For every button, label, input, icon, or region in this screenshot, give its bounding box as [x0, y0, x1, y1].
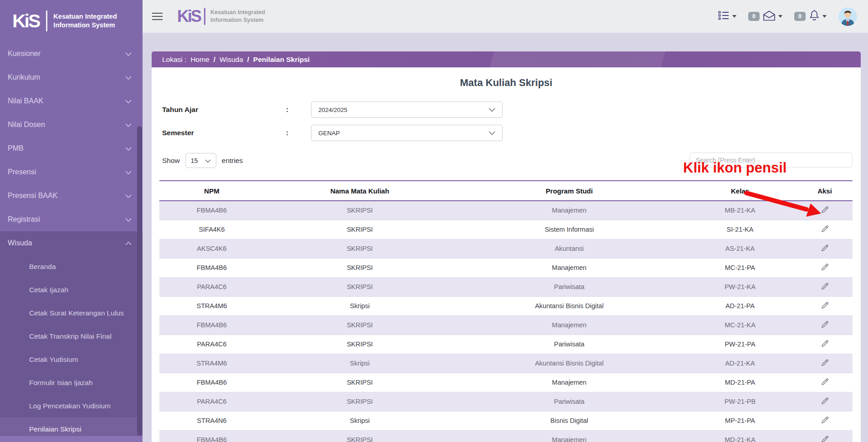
- cell-npm: STRA4M6: [159, 354, 264, 373]
- column-header-nama-mata-kuliah[interactable]: Nama Mata Kuliah: [264, 181, 455, 201]
- sidebar-item-label: PMB: [8, 144, 24, 152]
- sidebar-item-kurikulum[interactable]: Kurikulum: [0, 66, 143, 89]
- sidebar-subitem-label: Formulir Isian Ijazah: [29, 379, 93, 387]
- cell-npm: SIFA4K6: [159, 220, 264, 239]
- tahun-ajar-value: 2024/2025: [318, 107, 347, 113]
- table-row: FBMA4B6 SKRIPSI Manajemen MC-21-PA: [159, 258, 853, 277]
- cell-mata-kuliah: SKRIPSI: [264, 201, 455, 220]
- breadcrumb-home[interactable]: Home: [190, 56, 209, 64]
- cell-npm: PARA4C6: [159, 392, 264, 411]
- cell-aksi: [797, 277, 853, 296]
- cell-kelas: MB-21-KA: [683, 201, 797, 220]
- cell-aksi: [797, 296, 853, 315]
- task-list-icon: [718, 10, 730, 23]
- search-input[interactable]: [689, 152, 853, 168]
- breadcrumb-separator: /: [247, 56, 249, 64]
- edit-pencil-button[interactable]: [818, 414, 832, 427]
- show-label: Show: [162, 157, 180, 165]
- cell-npm: STRA4M6: [159, 296, 264, 315]
- tasks-menu[interactable]: [718, 10, 736, 23]
- edit-pencil-button[interactable]: [818, 433, 832, 442]
- semester-select[interactable]: GENAP: [311, 125, 503, 141]
- sidebar-group-wisuda: Wisuda Beranda Cetak Ijazah Cetak Surat …: [0, 231, 143, 441]
- edit-pencil-button[interactable]: [818, 300, 832, 312]
- cell-mata-kuliah: Skripsi: [264, 354, 455, 373]
- cell-npm: PARA4C6: [159, 335, 264, 354]
- edit-pencil-button[interactable]: [818, 280, 832, 293]
- sidebar-subitem-cetak-surat-keterangan-lulus[interactable]: Cetak Surat Keterangan Lulus: [0, 301, 143, 325]
- sidebar-subitem-formulir-isian-ijazah[interactable]: Formulir Isian Ijazah: [0, 371, 143, 394]
- page-title: Mata Kuliah Skripsi: [152, 77, 861, 89]
- sidebar-item-kuesioner[interactable]: Kuesioner: [0, 42, 143, 66]
- sidebar-item-label: Registrasi: [8, 215, 40, 224]
- sidebar-scrollbar[interactable]: [137, 126, 142, 436]
- table-row: FBMA4B6 SKRIPSI Manajemen MD-21-KA: [159, 430, 853, 442]
- cell-mata-kuliah: SKRIPSI: [264, 373, 455, 392]
- cell-mata-kuliah: SKRIPSI: [264, 430, 455, 442]
- cell-aksi: [797, 201, 853, 220]
- table-row: PARA4C6 SKRIPSI Pariwisata PW-21-PB: [159, 392, 853, 411]
- edit-pencil-button[interactable]: [818, 338, 832, 351]
- table-body: FBMA4B6 SKRIPSI Manajemen MB-21-KA SIFA4…: [159, 201, 853, 442]
- cell-kelas: AD-21-PA: [683, 296, 797, 315]
- edit-pencil-button[interactable]: [818, 319, 832, 331]
- edit-pencil-button[interactable]: [818, 242, 832, 255]
- column-header-npm[interactable]: NPM: [159, 181, 264, 201]
- page-length-select[interactable]: 15: [185, 153, 216, 168]
- edit-pencil-button[interactable]: [818, 204, 832, 217]
- edit-pencil-button[interactable]: [818, 395, 832, 408]
- edit-pencil-button[interactable]: [818, 261, 832, 274]
- page-length-value: 15: [191, 157, 198, 164]
- filters: Tahun Ajar : 2024/2025 Semester : GENAP: [162, 102, 503, 148]
- tahun-ajar-select[interactable]: 2024/2025: [311, 102, 503, 118]
- header-brand: KiS Kesatuan Integrated Information Syst…: [177, 8, 265, 25]
- sidebar-subitem-beranda[interactable]: Beranda: [0, 255, 143, 278]
- cell-aksi: [797, 239, 853, 258]
- sidebar-item-pmb[interactable]: PMB: [0, 137, 143, 160]
- chevron-down-icon: [125, 144, 132, 152]
- semester-value: GENAP: [318, 130, 340, 137]
- breadcrumb-separator: /: [214, 56, 215, 64]
- sidebar-subitem-cetak-yudisium[interactable]: Cetak Yudisium: [0, 348, 143, 371]
- notifications-menu[interactable]: 0: [794, 10, 827, 23]
- sidebar-item-wisuda[interactable]: Wisuda: [0, 231, 143, 255]
- sidebar-subitem-log-pencetakan-yudisium[interactable]: Log Pencetakan Yudisium: [0, 394, 143, 417]
- cell-aksi: [797, 392, 853, 411]
- sidebar-subitem-cetak-transkrip-nilai-final[interactable]: Cetak Transkrip Nilai Final: [0, 325, 143, 348]
- chevron-down-icon: [489, 107, 495, 113]
- cell-mata-kuliah: SKRIPSI: [264, 239, 455, 258]
- chevron-down-icon: [125, 97, 132, 105]
- column-header-kelas[interactable]: Kelas: [683, 181, 797, 201]
- breadcrumb-wisuda[interactable]: Wisuda: [220, 56, 243, 64]
- table-header-row: NPM Nama Mata Kuliah Program Studi Kelas…: [159, 181, 853, 201]
- sidebar-item-presensi-baak[interactable]: Presensi BAAK: [0, 184, 143, 208]
- edit-pencil-button[interactable]: [818, 357, 832, 370]
- sidebar-item-label: Presensi BAAK: [8, 192, 57, 200]
- cell-npm: FBMA4B6: [159, 373, 264, 392]
- column-header-program-studi[interactable]: Program Studi: [455, 181, 683, 201]
- sidebar-item-presensi[interactable]: Presensi: [0, 160, 143, 184]
- edit-pencil-button[interactable]: [818, 223, 832, 236]
- brand-name-line1: Kesatuan Integrated: [53, 12, 117, 21]
- cell-aksi: [797, 258, 853, 277]
- mail-menu[interactable]: 0: [748, 10, 782, 23]
- chevron-down-icon: [125, 168, 132, 176]
- sidebar-item-nilai-baak[interactable]: Nilai BAAK: [0, 89, 143, 113]
- sidebar-subitem-label: Penilaian Skripsi: [29, 425, 82, 433]
- sidebar-subitem-label: Beranda: [29, 263, 56, 271]
- notification-count-badge: 0: [794, 12, 806, 21]
- sidebar-subitem-cetak-ijazah[interactable]: Cetak Ijazah: [0, 278, 143, 301]
- cell-kelas: PW-21-PB: [683, 392, 797, 411]
- main-area: Lokasi : Home / Wisuda / Penilaian Skrip…: [143, 33, 868, 442]
- column-header-aksi[interactable]: Aksi: [797, 181, 853, 201]
- cell-mata-kuliah: SKRIPSI: [264, 277, 455, 296]
- user-avatar[interactable]: [838, 7, 857, 26]
- cell-npm: STRA4N6: [159, 411, 264, 430]
- sidebar-subitem-label: Log Pencetakan Yudisium: [29, 402, 111, 410]
- hamburger-menu-icon[interactable]: [152, 10, 163, 22]
- sidebar-item-label: Kurikulum: [8, 73, 40, 81]
- chevron-down-icon: [125, 215, 132, 224]
- sidebar-item-nilai-dosen[interactable]: Nilai Dosen: [0, 113, 143, 137]
- edit-pencil-button[interactable]: [818, 376, 832, 389]
- sidebar-item-registrasi[interactable]: Registrasi: [0, 208, 143, 231]
